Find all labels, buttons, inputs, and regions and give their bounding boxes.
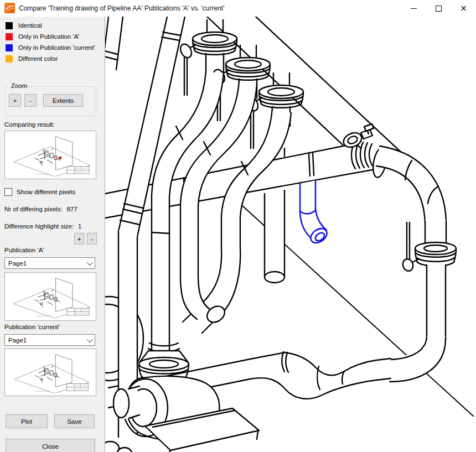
show-different-pixels-label: Show different pixels: [17, 189, 75, 195]
highlight-size-row: Difference highlight size: 1: [4, 223, 82, 230]
chevron-down-icon: [87, 336, 93, 342]
app-icon: [4, 3, 15, 13]
maximize-icon: [436, 6, 442, 12]
show-different-pixels-row[interactable]: Show different pixels: [4, 188, 75, 196]
differing-pixels-row: Nr of differing pixels: 877: [4, 206, 77, 212]
show-different-pixels-checkbox[interactable]: [4, 188, 12, 196]
zoom-out-button[interactable]: -: [24, 94, 37, 107]
window-title: Compare 'Training drawing of Pipeline AA…: [19, 0, 224, 17]
publication-a-label: Publication 'A': [4, 247, 44, 253]
legend-item-different-color: Different color: [6, 55, 58, 63]
publication-a-page-value: Page1: [8, 260, 27, 267]
differing-pixels-label: Nr of differing pixels:: [4, 206, 63, 212]
publication-current-thumbnail[interactable]: [4, 349, 96, 396]
close-dialog-button[interactable]: Close: [6, 439, 95, 452]
legend-swatch-only-a: [6, 33, 13, 40]
plot-button[interactable]: Plot: [6, 414, 48, 428]
publication-a-page-select[interactable]: Page1: [4, 257, 95, 269]
zoom-group-title: Zoom: [9, 82, 29, 89]
minimize-button[interactable]: [401, 0, 426, 17]
legend-item-only-current: Only in Publication 'current': [6, 44, 95, 51]
publication-a-thumbnail[interactable]: [4, 272, 96, 321]
highlight-size-label: Difference highlight size:: [4, 223, 74, 230]
legend-label: Identical: [18, 22, 42, 29]
comparing-result-label: Comparing result:: [4, 121, 55, 128]
zoom-group: Zoom + - Extents: [4, 86, 96, 116]
pipeline-drawing: [105, 17, 476, 452]
minimize-icon: [411, 8, 417, 9]
comparing-result-thumbnail[interactable]: [4, 131, 96, 179]
pipes-artwork: [105, 17, 473, 452]
save-button[interactable]: Save: [54, 414, 95, 428]
legend-swatch-different: [6, 55, 13, 63]
close-icon: ×: [460, 4, 467, 13]
highlight-size-value: 1: [78, 223, 81, 230]
different-pipe: [300, 180, 329, 246]
legend-label: Only in Publication 'A': [18, 33, 80, 40]
publication-current-label: Publication 'current': [4, 324, 60, 330]
legend-swatch-only-current: [6, 44, 13, 51]
drawing-canvas[interactable]: [105, 17, 476, 452]
zoom-extents-button[interactable]: Extents: [43, 94, 83, 107]
highlight-size-decrease-button[interactable]: -: [87, 233, 97, 245]
zoom-in-button[interactable]: +: [9, 94, 21, 107]
highlight-size-increase-button[interactable]: +: [74, 233, 84, 245]
legend-label: Only in Publication 'current': [18, 44, 95, 51]
differing-pixels-value: 877: [67, 206, 77, 212]
close-button[interactable]: ×: [451, 0, 476, 17]
legend-item-only-a: Only in Publication 'A': [6, 33, 80, 40]
publication-current-page-value: Page1: [8, 337, 27, 344]
legend-item-identical: Identical: [6, 22, 42, 29]
legend-label: Different color: [18, 55, 58, 62]
sidebar-panel: Identical Only in Publication 'A' Only i…: [0, 17, 105, 452]
legend-swatch-identical: [6, 22, 13, 29]
chevron-down-icon: [87, 259, 93, 265]
publication-current-page-select[interactable]: Page1: [4, 334, 95, 346]
diff-marker-red: [59, 157, 61, 159]
title-bar: Compare 'Training drawing of Pipeline AA…: [0, 0, 476, 17]
maximize-button[interactable]: [426, 0, 451, 17]
